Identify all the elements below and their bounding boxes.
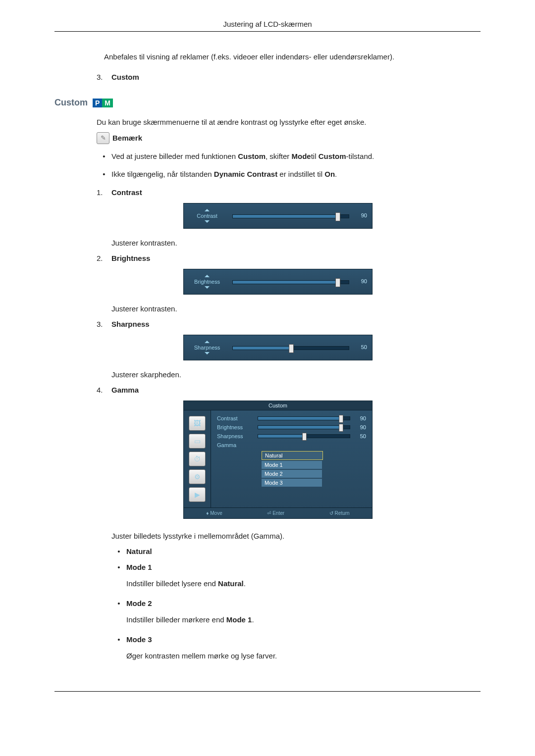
- slider-thumb: [289, 344, 294, 353]
- menu-footer: ♦ Move ⏎ Enter ↺ Return: [184, 507, 372, 518]
- menu-title: Custom: [184, 401, 372, 410]
- slider-fill: [233, 215, 337, 218]
- slider-fill: [233, 347, 291, 350]
- contrast-slider-graphic: Contrast 90: [183, 203, 373, 229]
- bullet-dot: •: [111, 562, 126, 573]
- row-label: Sharpness: [217, 433, 258, 439]
- item-label: Sharpness: [111, 319, 481, 330]
- menu-icon-timer: ⏱: [189, 452, 206, 466]
- item-num: 1.: [97, 187, 111, 199]
- t: Mode 1: [226, 615, 252, 624]
- item-desc: Justerer skarpheden.: [111, 369, 481, 381]
- slider-value: 50: [361, 344, 367, 350]
- row-value: 90: [354, 415, 366, 421]
- slider-track: [232, 280, 349, 284]
- gamma-mode-natural: • Natural: [111, 546, 481, 557]
- prior-list-item: 3. Custom: [97, 72, 481, 83]
- gamma-options: Natural Mode 1 Mode 2 Mode 3: [262, 451, 366, 487]
- t: , skifter: [266, 152, 292, 160]
- gamma-menu-graphic: Custom 🖼 ▭ ⏱ ⚙ ▶ Contrast 90 Brig: [183, 401, 373, 519]
- header-divider: [54, 31, 481, 32]
- t: .: [244, 579, 246, 588]
- slider-label: Sharpness: [194, 345, 220, 351]
- row-bar: [258, 425, 350, 429]
- mode3-desc: Øger kontrasten mellem mørke og lyse far…: [126, 651, 481, 662]
- t: .: [252, 615, 254, 624]
- gamma-desc: Juster billedets lysstyrke i mellemområd…: [111, 531, 481, 542]
- t: til: [311, 152, 319, 160]
- brightness-slider-graphic: Brightness 90: [183, 269, 373, 295]
- t: Custom: [238, 152, 266, 160]
- menu-icon-display: ▭: [189, 434, 206, 449]
- t: Move: [210, 510, 222, 516]
- t: Custom: [319, 152, 346, 160]
- item-desc: Justerer kontrasten.: [111, 238, 481, 249]
- chevron-down-icon: [205, 286, 210, 289]
- gamma-option-mode1: Mode 1: [262, 461, 322, 469]
- slider-thumb: [335, 212, 340, 221]
- chevron-down-icon: [205, 220, 210, 223]
- mode-label: Natural: [126, 546, 152, 557]
- slider-fill: [233, 281, 337, 284]
- footer-enter: ⏎ Enter: [267, 510, 284, 516]
- bullet-dot: •: [97, 151, 111, 162]
- badge-m: M: [102, 99, 113, 107]
- note-label: Bemærk: [112, 134, 142, 142]
- item-label: Brightness: [111, 253, 481, 264]
- bullet-dot: •: [111, 546, 126, 557]
- sharpness-slider-graphic: Sharpness 50: [183, 335, 373, 360]
- slider-label-region: Brightness: [188, 272, 226, 291]
- slider-label-region: Sharpness: [188, 338, 226, 357]
- bullet-dot: •: [111, 598, 126, 609]
- item-label: Gamma: [111, 385, 481, 396]
- row-bar: [258, 434, 350, 438]
- page-header: Justering af LCD-skærmen: [54, 20, 481, 32]
- t: -tilstand.: [346, 152, 374, 160]
- t: .: [335, 170, 337, 178]
- section-intro: Du kan bruge skærmmenuerne til at ændre …: [97, 117, 481, 128]
- menu-row-sharpness: Sharpness 50: [217, 433, 366, 439]
- note-bullet-2: • Ikke tilgængelig, når tilstanden Dynam…: [97, 169, 481, 180]
- row-label: Brightness: [217, 424, 258, 430]
- footer-divider: [54, 691, 481, 692]
- t: Mode: [292, 152, 311, 160]
- item-sharpness: 3. Sharpness: [97, 319, 481, 330]
- slider-value: 90: [361, 212, 367, 218]
- item-gamma: 4. Gamma: [97, 385, 481, 396]
- item-contrast: 1. Contrast: [97, 187, 481, 199]
- chevron-down-icon: [205, 352, 210, 354]
- menu-row-contrast: Contrast 90: [217, 415, 366, 421]
- row-value: 90: [354, 424, 366, 430]
- t: Dynamic Contrast: [214, 170, 277, 178]
- menu-icon-source: ▶: [189, 487, 206, 502]
- item-label: Contrast: [111, 187, 481, 199]
- note-bullet-1-text: Ved at justere billeder med funktionen C…: [111, 151, 481, 162]
- item-num: 4.: [97, 385, 111, 396]
- note-icon: ✎: [97, 132, 109, 144]
- section-title: Custom: [54, 98, 88, 108]
- t: Return: [335, 510, 350, 516]
- mode1-desc: Indstiller billedet lysere end Natural.: [126, 578, 481, 590]
- menu-main: Contrast 90 Brightness 90 Sharpness 50: [211, 410, 372, 507]
- note: ✎ Bemærk: [97, 132, 481, 144]
- note-bullet-1: • Ved at justere billeder med funktionen…: [97, 151, 481, 162]
- menu-body: 🖼 ▭ ⏱ ⚙ ▶ Contrast 90 Brightness 9: [184, 410, 372, 507]
- gamma-mode-mode1: • Mode 1: [111, 562, 481, 573]
- mode-label: Mode 2: [126, 598, 152, 609]
- page-content: Anbefales til visning af reklamer (f.eks…: [54, 51, 481, 661]
- chevron-up-icon: [205, 341, 210, 343]
- slider-label: Brightness: [194, 279, 220, 285]
- intro-paragraph: Anbefales til visning af reklamer (f.eks…: [104, 51, 481, 63]
- gamma-mode-mode3: • Mode 3: [111, 634, 481, 646]
- prior-list-label: Custom: [111, 72, 481, 83]
- slider-label-region: Contrast: [188, 206, 226, 225]
- note-bullet-2-text: Ikke tilgængelig, når tilstanden Dynamic…: [111, 169, 481, 180]
- t: er indstillet til: [277, 170, 324, 178]
- t: Enter: [272, 510, 284, 516]
- t: Ikke tilgængelig, når tilstanden: [111, 170, 214, 178]
- section-heading-custom: Custom PM: [54, 98, 481, 108]
- footer-return: ↺ Return: [329, 510, 350, 516]
- t: Indstiller billedet lysere end: [126, 579, 218, 588]
- chevron-up-icon: [205, 209, 210, 211]
- slider-value: 90: [361, 278, 367, 284]
